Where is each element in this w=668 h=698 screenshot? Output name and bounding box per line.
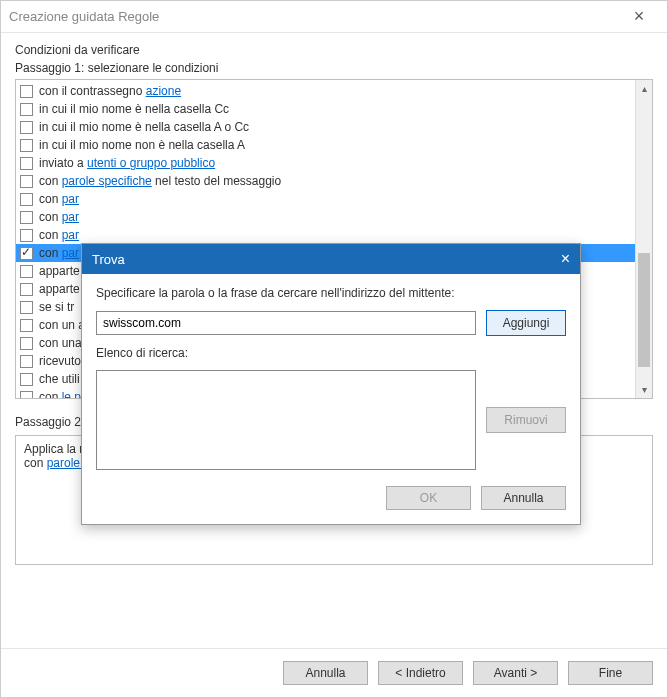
condition-checkbox[interactable] [20, 175, 33, 188]
condition-row[interactable]: con par [16, 190, 635, 208]
scroll-thumb[interactable] [638, 253, 650, 367]
find-dialog-body: Specificare la parola o la frase da cerc… [82, 274, 580, 486]
find-dialog: Trova × Specificare la parola o la frase… [81, 243, 581, 525]
condition-checkbox[interactable] [20, 139, 33, 152]
condition-checkbox[interactable] [20, 319, 33, 332]
condition-checkbox[interactable] [20, 193, 33, 206]
condition-text: in cui il mio nome è nella casella A o C… [39, 120, 249, 134]
scrollbar[interactable]: ▴ ▾ [635, 80, 652, 398]
condition-text: con un a [39, 318, 85, 332]
titlebar: Creazione guidata Regole × [1, 1, 667, 33]
find-dialog-close-icon[interactable]: × [530, 250, 570, 268]
condition-text: che utili [39, 372, 80, 386]
condition-link[interactable]: parole specifiche [62, 174, 152, 188]
condition-row[interactable]: in cui il mio nome è nella casella A o C… [16, 118, 635, 136]
condition-checkbox[interactable] [20, 157, 33, 170]
search-list[interactable] [96, 370, 476, 470]
conditions-heading: Condizioni da verificare [15, 43, 653, 57]
condition-checkbox[interactable] [20, 265, 33, 278]
condition-link[interactable]: utenti o gruppo pubblico [87, 156, 215, 170]
condition-text: in cui il mio nome è nella casella Cc [39, 102, 229, 116]
condition-text: con par [39, 192, 79, 206]
scroll-up-icon[interactable]: ▴ [636, 80, 652, 97]
condition-checkbox[interactable] [20, 301, 33, 314]
condition-checkbox[interactable] [20, 337, 33, 350]
condition-row[interactable]: inviato a utenti o gruppo pubblico [16, 154, 635, 172]
condition-text: ricevuto [39, 354, 81, 368]
condition-checkbox[interactable] [20, 283, 33, 296]
condition-text: con par [39, 246, 79, 260]
close-icon[interactable]: × [619, 6, 659, 27]
condition-link[interactable]: azione [146, 84, 181, 98]
condition-row[interactable]: con parole specifiche nel testo del mess… [16, 172, 635, 190]
condition-row[interactable]: in cui il mio nome è nella casella Cc [16, 100, 635, 118]
condition-checkbox[interactable] [20, 103, 33, 116]
find-dialog-title: Trova [92, 252, 530, 267]
remove-button: Rimuovi [486, 407, 566, 433]
condition-link[interactable]: par [62, 210, 79, 224]
find-cancel-button[interactable]: Annulla [481, 486, 566, 510]
find-dialog-titlebar: Trova × [82, 244, 580, 274]
cancel-button[interactable]: Annulla [283, 661, 368, 685]
search-list-label: Elenco di ricerca: [96, 346, 566, 360]
search-input[interactable] [96, 311, 476, 335]
condition-text: con una [39, 336, 82, 350]
next-button[interactable]: Avanti > [473, 661, 558, 685]
condition-checkbox[interactable] [20, 355, 33, 368]
condition-text: con le p [39, 390, 81, 398]
condition-text: in cui il mio nome non è nella casella A [39, 138, 245, 152]
condition-link[interactable]: par [62, 192, 79, 206]
step1-label: Passaggio 1: selezionare le condizioni [15, 61, 653, 75]
finish-button[interactable]: Fine [568, 661, 653, 685]
wizard-footer: Annulla < Indietro Avanti > Fine [1, 648, 667, 697]
condition-row[interactable]: con par [16, 208, 635, 226]
condition-text: con par [39, 228, 79, 242]
condition-checkbox[interactable] [20, 121, 33, 134]
condition-text: con il contrassegno azione [39, 84, 181, 98]
condition-text: se si tr [39, 300, 74, 314]
condition-checkbox[interactable] [20, 247, 33, 260]
condition-text: apparte [39, 264, 80, 278]
condition-row[interactable]: con il contrassegno azione [16, 82, 635, 100]
condition-row[interactable]: con par [16, 226, 635, 244]
content-area: Condizioni da verificare Passaggio 1: se… [1, 33, 667, 648]
condition-checkbox[interactable] [20, 211, 33, 224]
back-button[interactable]: < Indietro [378, 661, 463, 685]
condition-text: inviato a utenti o gruppo pubblico [39, 156, 215, 170]
condition-text: con par [39, 210, 79, 224]
condition-checkbox[interactable] [20, 85, 33, 98]
condition-text: con parole specifiche nel testo del mess… [39, 174, 281, 188]
window-title: Creazione guidata Regole [9, 9, 619, 24]
ok-button: OK [386, 486, 471, 510]
find-instruction: Specificare la parola o la frase da cerc… [96, 286, 566, 300]
find-dialog-footer: OK Annulla [82, 486, 580, 524]
scroll-down-icon[interactable]: ▾ [636, 381, 652, 398]
condition-link[interactable]: par [62, 246, 79, 260]
rules-wizard-window: Creazione guidata Regole × Condizioni da… [0, 0, 668, 698]
add-button[interactable]: Aggiungi [486, 310, 566, 336]
condition-link[interactable]: par [62, 228, 79, 242]
condition-checkbox[interactable] [20, 373, 33, 386]
scroll-track[interactable] [636, 97, 652, 381]
condition-text: apparte [39, 282, 80, 296]
condition-checkbox[interactable] [20, 229, 33, 242]
condition-row[interactable]: in cui il mio nome non è nella casella A [16, 136, 635, 154]
condition-link[interactable]: le p [62, 390, 81, 398]
condition-checkbox[interactable] [20, 391, 33, 399]
